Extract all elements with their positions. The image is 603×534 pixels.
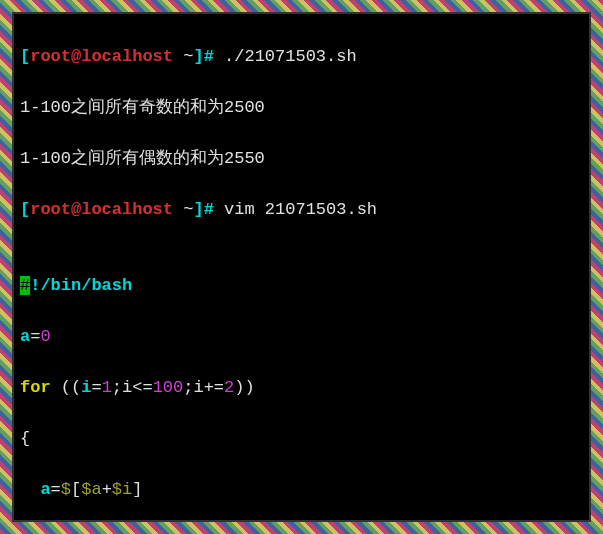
op: = (51, 480, 61, 499)
shebang-text: !/bin/bash (30, 276, 132, 295)
var: a (40, 480, 50, 499)
userhost: root@localhost (30, 47, 173, 66)
code-line: a=0 (20, 324, 583, 350)
cursor: # (20, 276, 30, 295)
command-text: vim 21071503.sh (214, 200, 377, 219)
op: ;i<= (112, 378, 153, 397)
indent (20, 480, 40, 499)
code-line: for ((i=1;i<=100;i+=2)) (20, 375, 583, 401)
tilde: ~ (173, 200, 193, 219)
userhost: root@localhost (30, 200, 173, 219)
paren: )) (234, 378, 254, 397)
prompt-line-1: [root@localhost ~]# ./21071503.sh (20, 44, 583, 70)
code-line: a=$[$a+$i] (20, 477, 583, 503)
output-line: 1-100之间所有偶数的和为2550 (20, 146, 583, 172)
bracket: [ (20, 47, 30, 66)
terminal-window[interactable]: [root@localhost ~]# ./21071503.sh 1-100之… (12, 12, 591, 522)
op: ;i+= (183, 378, 224, 397)
brace: { (20, 426, 583, 452)
bracket: [ (20, 200, 30, 219)
keyword: for (20, 378, 61, 397)
num: 2 (224, 378, 234, 397)
varref: $a (81, 480, 101, 499)
var: i (81, 378, 91, 397)
bracket: ]# (193, 200, 213, 219)
dollar: $ (61, 480, 71, 499)
varref: $i (112, 480, 132, 499)
num: 1 (102, 378, 112, 397)
output-line: 1-100之间所有奇数的和为2500 (20, 95, 583, 121)
var: a (20, 327, 30, 346)
bracket: [ (71, 480, 81, 499)
num: 0 (40, 327, 50, 346)
command-text: ./21071503.sh (214, 47, 357, 66)
num: 100 (153, 378, 184, 397)
op: = (91, 378, 101, 397)
bracket: ] (132, 480, 142, 499)
shebang-line: #!/bin/bash (20, 273, 583, 299)
op: + (102, 480, 112, 499)
bracket: ]# (193, 47, 213, 66)
prompt-line-2: [root@localhost ~]# vim 21071503.sh (20, 197, 583, 223)
tilde: ~ (173, 47, 193, 66)
op: = (30, 327, 40, 346)
paren: (( (61, 378, 81, 397)
